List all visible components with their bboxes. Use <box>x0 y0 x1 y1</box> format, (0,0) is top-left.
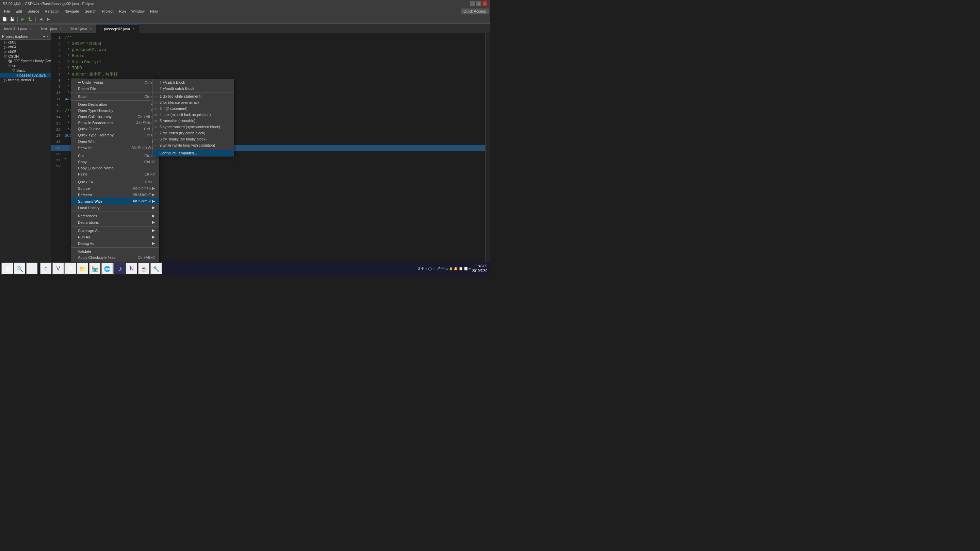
close-button[interactable]: ✕ <box>482 2 487 6</box>
tree-item-jre[interactable]: 📚 JRE System Library [JavaSE-1.8] <box>0 59 51 63</box>
submenu-try-catch2[interactable]: ▭ 7 try_catch (try catch block) <box>153 130 234 136</box>
quick-access[interactable]: Quick Access <box>461 8 488 14</box>
menu-checkstyle-label: Apply Checkstyle fixes <box>78 256 115 259</box>
menu-refactor[interactable]: Refactor Alt+Shift+T ▶ <box>71 192 159 198</box>
taskbar-onenote[interactable]: N <box>126 263 138 275</box>
menu-quick-outline[interactable]: Quick Outline Ctrl+O <box>71 126 159 132</box>
menu-paste[interactable]: Paste Ctrl+V <box>71 171 159 177</box>
menu-search[interactable]: Search <box>82 8 99 14</box>
maximize-button[interactable]: □ <box>476 2 481 6</box>
submenu-do-while[interactable]: ▭ 1 do (do while statement) <box>153 93 234 99</box>
menu-local-history[interactable]: Local History ▶ <box>71 205 159 211</box>
submenu-configure-templates[interactable]: Configure Templates... <box>153 150 234 156</box>
menu-help[interactable]: Help <box>147 8 161 14</box>
submenu-synchronized[interactable]: ▭ 6 synchronized (synchronized block) <box>153 124 234 130</box>
submenu-sep-1 <box>153 92 234 92</box>
menu-window[interactable]: Window <box>129 8 147 14</box>
tree-item-thread[interactable]: ▷ thread_demo01 <box>0 78 51 82</box>
menu-run-as-arrow: ▶ <box>152 235 155 239</box>
tab-test1[interactable]: Test1.java × <box>36 24 66 33</box>
submenu-while[interactable]: ▭ 9 while (while loop with condition) <box>153 142 234 148</box>
submenu-for-array[interactable]: ▭ 2 for (iterate over array) <box>153 99 234 105</box>
menu-project[interactable]: Project <box>99 8 116 14</box>
menu-surround-with[interactable]: Surround With Alt+Shift+Z ▶ <box>71 198 159 205</box>
tab-passage02-close[interactable]: × <box>133 27 135 30</box>
submenu-lock[interactable]: ▭ 4 lock (explicit lock acquisition) <box>153 111 234 118</box>
menu-edit[interactable]: Edit <box>13 8 25 14</box>
menu-debug-as-arrow: ▶ <box>152 241 155 246</box>
menu-quick-fix[interactable]: Quick Fix Ctrl+1 <box>71 179 159 185</box>
taskbar-files[interactable]: 📁 <box>76 263 89 275</box>
menu-references[interactable]: References ▶ <box>71 213 159 219</box>
tree-item-ch03[interactable]: ▷ ch03 <box>0 40 51 44</box>
menu-run-as[interactable]: Run As ▶ <box>71 233 159 240</box>
minimize-button[interactable]: ─ <box>470 2 475 6</box>
tree-item-src[interactable]: ▽ src <box>0 63 51 68</box>
menu-apply-checkstyle[interactable]: Apply Checkstyle fixes Ctrl+Alt+C <box>71 254 159 260</box>
tree-item-ch04[interactable]: ▷ ch04 <box>0 44 51 49</box>
menu-run[interactable]: Run <box>116 8 129 14</box>
tab-passage02[interactable]: * passage02.java × <box>96 24 139 33</box>
taskbar-search[interactable]: 🔍 <box>14 263 26 275</box>
submenu-if[interactable]: ▭ 3 if (if statement) <box>153 105 234 111</box>
submenu-runnable[interactable]: ▭ 5 runnable (runnable) <box>153 118 234 124</box>
menu-navigate[interactable]: Navigate <box>62 8 82 14</box>
menu-declarations[interactable]: Declarations ▶ <box>71 219 159 225</box>
menu-open-with[interactable]: Open With ▶ <box>71 138 159 144</box>
taskbar-vs[interactable]: V <box>52 263 64 275</box>
submenu-try-finally[interactable]: ▭ 8 try_finally (try finally block) <box>153 136 234 142</box>
clock-date: 2019/7/30 <box>472 269 488 273</box>
menu-quick-type-hierarchy[interactable]: Quick Type Hierarchy Ctrl+T <box>71 132 159 138</box>
menu-file[interactable]: File <box>2 8 13 14</box>
tab-test1-close[interactable]: × <box>60 27 62 30</box>
toolbar-back[interactable]: ◀ <box>37 16 44 23</box>
taskbar-java[interactable]: ☕ <box>138 263 150 275</box>
taskbar-mail[interactable]: ✉ <box>64 263 76 275</box>
taskbar-task-view[interactable]: ❑ <box>26 263 38 275</box>
menu-copy-qualified[interactable]: Copy Qualified Name <box>71 165 159 171</box>
submenu-do-while-label: 1 do (do while statement) <box>159 94 202 98</box>
menu-source[interactable]: Source Alt+Shift+S ▶ <box>71 185 159 192</box>
menu-show-breadcrumb[interactable]: Show in Breadcrumb Alt+Shift+B <box>71 120 159 126</box>
toolbar-forward[interactable]: ▶ <box>45 16 52 23</box>
tab-test2[interactable]: Test2.java × <box>66 24 96 33</box>
tab-intelcpu[interactable]: IntelCPU.java × <box>0 24 36 33</box>
taskbar-tools[interactable]: 🔧 <box>150 263 162 275</box>
tab-test2-close[interactable]: × <box>90 27 92 30</box>
toolbar-run[interactable]: ▶ <box>19 16 26 23</box>
taskbar-browser[interactable]: 🌐 <box>101 263 113 275</box>
tree-item-basic[interactable]: ▽ Basic <box>0 68 51 73</box>
toolbar-debug[interactable]: 🐛 <box>27 16 34 23</box>
project-explorer: Project Explorer ▼ × ▷ ch03 ▷ ch04 ▷ ch0… <box>0 33 51 268</box>
code-line-1: 1 /** <box>51 35 485 41</box>
window-buttons: ─ □ ✕ <box>470 2 487 6</box>
tab-intelcpu-close[interactable]: × <box>30 27 32 30</box>
submenu-try-multi-catch[interactable]: Try/multi-catch Block <box>153 86 234 92</box>
taskbar-edge[interactable]: e <box>40 263 52 275</box>
menu-open-type-hierarchy[interactable]: Open Type Hierarchy F4 <box>71 108 159 114</box>
submenu-try-catch[interactable]: Try/catch Block <box>153 79 234 86</box>
toolbar-new[interactable]: 📄 <box>2 16 8 23</box>
menu-refactor[interactable]: Refactor <box>42 8 62 14</box>
menu-show-in[interactable]: Show In Alt+Shift+W ▶ <box>71 144 159 151</box>
menu-source[interactable]: Source <box>25 8 42 14</box>
taskbar-eclipse[interactable]: ☽ <box>113 263 126 275</box>
menu-copy[interactable]: Copy Ctrl+C <box>71 159 159 165</box>
menu-coverage-as[interactable]: Coverage As ▶ <box>71 227 159 233</box>
tree-item-passage02[interactable]: J passage02.java <box>0 73 51 78</box>
menu-open-declaration[interactable]: Open Declaration F3 <box>71 102 159 108</box>
folder-icon-thread: ▷ <box>4 78 7 82</box>
menu-undo-typing[interactable]: ↩ Undo Typing Ctrl+Z <box>71 79 159 86</box>
menu-validate[interactable]: Validate <box>71 248 159 254</box>
toolbar-save[interactable]: 💾 <box>9 16 16 23</box>
taskbar-start[interactable]: ⊞ <box>2 263 14 275</box>
taskbar-store[interactable]: 🏪 <box>89 263 101 275</box>
tree-item-ch05[interactable]: ▷ ch05 <box>0 49 51 54</box>
menu-revert-file[interactable]: Revert File <box>71 86 159 92</box>
menu-debug-as[interactable]: Debug As ▶ <box>71 240 159 246</box>
menu-open-call-hierarchy[interactable]: Open Call Hierarchy Ctrl+Alt+H <box>71 114 159 120</box>
code-line-5: 5 * VstarOne-yxl <box>51 59 485 65</box>
menu-cut[interactable]: Cut Ctrl+X <box>71 153 159 159</box>
tree-item-csdn[interactable]: ▽ CSDN <box>0 54 51 59</box>
menu-save[interactable]: Save Ctrl+S <box>71 94 159 100</box>
